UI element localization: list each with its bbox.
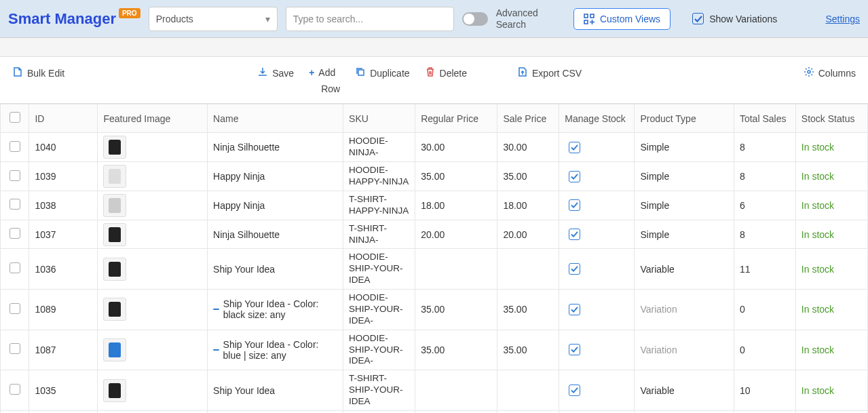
cell-sale-price[interactable]: 35.00 bbox=[497, 330, 559, 370]
cell-sku[interactable]: HOODIE-HAPPY-NINJA bbox=[343, 162, 415, 191]
cell-name[interactable]: Happy Ninja bbox=[208, 191, 343, 220]
row-checkbox[interactable] bbox=[10, 170, 20, 181]
cell-id[interactable]: 1035 bbox=[29, 370, 98, 411]
header-featured-image[interactable]: Featured Image bbox=[98, 104, 208, 133]
row-checkbox[interactable] bbox=[10, 303, 20, 314]
cell-regular-price[interactable]: 20.00 bbox=[415, 220, 497, 249]
duplicate-button[interactable]: Duplicate bbox=[355, 66, 409, 79]
cell-id[interactable]: 1038 bbox=[29, 191, 98, 220]
cell-featured-image[interactable] bbox=[98, 220, 208, 249]
cell-manage-stock[interactable] bbox=[559, 220, 635, 249]
cell-name[interactable]: Happy Ninja bbox=[208, 162, 343, 191]
cell-manage-stock[interactable] bbox=[559, 410, 635, 413]
cell-total-sales[interactable]: 8 bbox=[734, 220, 795, 249]
row-checkbox[interactable] bbox=[10, 262, 20, 273]
cell-featured-image[interactable] bbox=[98, 410, 208, 413]
row-checkbox[interactable] bbox=[10, 141, 20, 152]
manage-stock-checkbox[interactable] bbox=[569, 229, 580, 240]
manage-stock-checkbox[interactable] bbox=[569, 199, 580, 211]
cell-featured-image[interactable] bbox=[98, 330, 208, 370]
cell-sale-price[interactable]: 35.00 bbox=[497, 290, 559, 330]
custom-views-button[interactable]: Custom Views bbox=[573, 8, 671, 30]
cell-name[interactable]: Ship Your Idea - Color: black size: any bbox=[208, 290, 343, 330]
manage-stock-checkbox[interactable] bbox=[569, 344, 580, 355]
cell-stock-status[interactable]: In stock bbox=[795, 162, 867, 191]
table-row[interactable]: 1037Ninja SilhouetteT-SHIRT-NINJA-20.002… bbox=[1, 220, 868, 249]
cell-total-sales[interactable]: 0 bbox=[734, 290, 795, 330]
cell-stock-status[interactable]: In stock bbox=[795, 220, 867, 249]
cell-name[interactable]: Ship Your Idea - Color: blue | size: any bbox=[208, 330, 343, 370]
cell-stock-status[interactable]: In stock bbox=[795, 249, 867, 290]
cell-product-type[interactable]: Variation bbox=[635, 330, 734, 370]
cell-total-sales[interactable]: 8 bbox=[734, 162, 795, 191]
table-row[interactable]: 1089Ship Your Idea - Color: black size: … bbox=[1, 290, 868, 330]
cell-stock-status[interactable]: In stock bbox=[795, 191, 867, 220]
cell-id[interactable]: 1037 bbox=[29, 220, 98, 249]
cell-manage-stock[interactable] bbox=[559, 191, 635, 220]
manage-stock-checkbox[interactable] bbox=[569, 142, 580, 153]
cell-regular-price[interactable]: 35.00 bbox=[415, 330, 497, 370]
cell-product-type[interactable]: Simple bbox=[635, 133, 734, 162]
cell-regular-price[interactable]: 35.00 bbox=[415, 290, 497, 330]
cell-stock-status[interactable]: In stock bbox=[795, 370, 867, 411]
cell-stock-status[interactable]: In stock bbox=[795, 410, 867, 413]
table-row[interactable]: 1035Ship Your IdeaT-SHIRT-SHIP-YOUR-IDEA… bbox=[1, 370, 868, 411]
cell-sale-price[interactable]: 30.00 bbox=[497, 133, 559, 162]
cell-manage-stock[interactable] bbox=[559, 162, 635, 191]
manage-stock-checkbox[interactable] bbox=[569, 304, 580, 315]
cell-manage-stock[interactable] bbox=[559, 133, 635, 162]
cell-id[interactable]: 1036 bbox=[29, 249, 98, 290]
cell-featured-image[interactable] bbox=[98, 162, 208, 191]
cell-stock-status[interactable]: In stock bbox=[795, 290, 867, 330]
cell-sku[interactable]: T-SHIRT-SHIP-YOUR-IDEA bbox=[343, 370, 415, 411]
table-row[interactable]: 1087Ship Your Idea - Color: blue | size:… bbox=[1, 330, 868, 370]
cell-id[interactable]: 1039 bbox=[29, 162, 98, 191]
cell-sku[interactable]: HOODIE-SHIP-YOUR-IDEA bbox=[343, 249, 415, 290]
header-sku[interactable]: SKU bbox=[343, 104, 415, 133]
cell-sku[interactable]: T-SHIRT-NINJA- bbox=[343, 220, 415, 249]
row-checkbox[interactable] bbox=[10, 343, 20, 354]
manage-stock-checkbox[interactable] bbox=[569, 385, 580, 396]
cell-sale-price[interactable]: 20.00 bbox=[497, 220, 559, 249]
cell-product-type[interactable]: Variation bbox=[635, 290, 734, 330]
table-row[interactable]: 1038Happy NinjaT-SHIRT-HAPPY-NINJA18.001… bbox=[1, 191, 868, 220]
row-checkbox[interactable] bbox=[10, 384, 20, 395]
cell-id[interactable]: 1104 bbox=[29, 410, 98, 413]
cell-featured-image[interactable] bbox=[98, 249, 208, 290]
cell-id[interactable]: 1087 bbox=[29, 330, 98, 370]
table-row[interactable]: 1104Ship Your Idea - Color: blackT-SHIRT… bbox=[1, 410, 868, 413]
cell-product-type[interactable]: Variation bbox=[635, 410, 734, 413]
export-csv-button[interactable]: Export CSV bbox=[517, 66, 582, 79]
cell-sale-price[interactable]: 20.00 bbox=[497, 410, 559, 413]
cell-total-sales[interactable]: 11 bbox=[734, 249, 795, 290]
header-total-sales[interactable]: Total Sales bbox=[734, 104, 795, 133]
cell-manage-stock[interactable] bbox=[559, 249, 635, 290]
show-variations[interactable]: Show Variations bbox=[692, 13, 777, 24]
cell-name[interactable]: Ship Your Idea bbox=[208, 249, 343, 290]
header-name[interactable]: Name bbox=[208, 104, 343, 133]
cell-product-type[interactable]: Variable bbox=[635, 249, 734, 290]
header-regular-price[interactable]: Regular Price bbox=[415, 104, 497, 133]
cell-stock-status[interactable]: In stock bbox=[795, 330, 867, 370]
cell-sku[interactable]: HOODIE-NINJA- bbox=[343, 133, 415, 162]
cell-name[interactable]: Ninja Silhouette bbox=[208, 220, 343, 249]
cell-total-sales[interactable]: 8 bbox=[734, 133, 795, 162]
cell-product-type[interactable]: Simple bbox=[635, 220, 734, 249]
cell-regular-price[interactable]: 30.00 bbox=[415, 133, 497, 162]
delete-button[interactable]: Delete bbox=[425, 66, 467, 79]
cell-regular-price[interactable] bbox=[415, 249, 497, 290]
cell-featured-image[interactable] bbox=[98, 191, 208, 220]
cell-featured-image[interactable] bbox=[98, 290, 208, 330]
cell-regular-price[interactable]: 20.00 bbox=[415, 410, 497, 413]
cell-featured-image[interactable] bbox=[98, 133, 208, 162]
header-manage-stock[interactable]: Manage Stock bbox=[559, 104, 635, 133]
cell-regular-price[interactable] bbox=[415, 370, 497, 411]
cell-name[interactable]: Ship Your Idea - Color: black bbox=[208, 410, 343, 413]
cell-sku[interactable]: HOODIE-SHIP-YOUR-IDEA- bbox=[343, 330, 415, 370]
advanced-search-toggle[interactable] bbox=[462, 12, 488, 26]
cell-product-type[interactable]: Simple bbox=[635, 162, 734, 191]
search-input[interactable] bbox=[286, 7, 454, 31]
row-checkbox[interactable] bbox=[10, 199, 20, 210]
header-product-type[interactable]: Product Type bbox=[635, 104, 734, 133]
columns-button[interactable]: Columns bbox=[804, 66, 856, 79]
